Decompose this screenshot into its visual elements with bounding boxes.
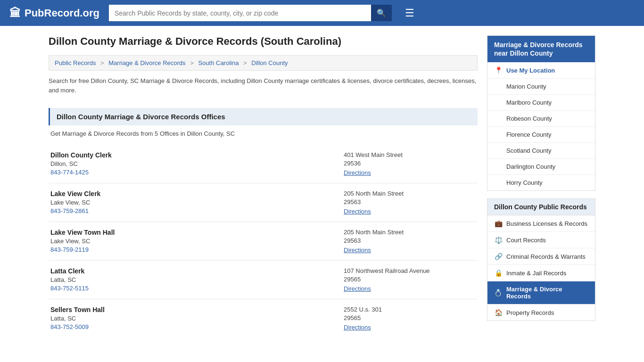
nearby-item-1[interactable]: Marion County — [487, 79, 595, 95]
breadcrumb-marriage-divorce[interactable]: Marriage & Divorce Records — [108, 59, 185, 66]
office-name: Lake View Clerk — [50, 190, 344, 197]
logo-link[interactable]: 🏛 PubRecord.org — [9, 7, 99, 20]
public-records-label: Business Licenses & Records — [506, 220, 587, 227]
nearby-label: Darlington County — [506, 163, 555, 170]
content-area: Dillon County Marriage & Divorce Records… — [49, 35, 478, 337]
office-address: 401 West Main Street — [344, 151, 476, 158]
breadcrumb-public-records[interactable]: Public Records — [55, 59, 96, 66]
directions-link[interactable]: Directions — [344, 324, 371, 331]
search-bar: 🔍 — [109, 5, 392, 21]
public-records-label: Criminal Records & Warrants — [506, 253, 586, 260]
office-left: Latta Clerk Latta, SC 843-752-5115 — [50, 267, 344, 292]
directions-link[interactable]: Directions — [344, 247, 371, 254]
nearby-item-2[interactable]: Marlboro County — [487, 95, 595, 111]
logo-icon: 🏛 — [9, 7, 21, 20]
nearby-item-5[interactable]: Scotland County — [487, 143, 595, 159]
public-records-icon: 🏠 — [494, 309, 503, 316]
office-left: Sellers Town Hall Latta, SC 843-752-5009 — [50, 306, 344, 331]
public-records-box: Dillon County Public Records 💼 Business … — [487, 198, 595, 321]
site-header: 🏛 PubRecord.org 🔍 ☰ — [0, 0, 644, 26]
office-address: 205 North Main Street — [344, 190, 476, 197]
public-records-label: Marriage & Divorce Records — [506, 286, 588, 300]
office-address: 107 Northwest Railroad Avenue — [344, 267, 476, 274]
office-left: Lake View Clerk Lake View, SC 843-759-28… — [50, 190, 344, 215]
nearby-item-7[interactable]: Horry County — [487, 175, 595, 190]
office-left: Dillon County Clerk Dillon, SC 843-774-1… — [50, 151, 344, 176]
breadcrumb-south-carolina[interactable]: South Carolina — [198, 59, 239, 66]
office-entry: Latta Clerk Latta, SC 843-752-5115 107 N… — [49, 261, 478, 299]
office-phone[interactable]: 843-759-2861 — [50, 207, 344, 214]
office-city: Dillon, SC — [50, 160, 344, 167]
public-records-icon: 💼 — [494, 220, 503, 227]
public-records-item-5[interactable]: 🏠 Property Records — [487, 304, 595, 321]
nearby-label: Marion County — [506, 83, 546, 90]
office-name: Sellers Town Hall — [50, 306, 344, 313]
main-container: Dillon County Marriage & Divorce Records… — [39, 26, 605, 347]
nearby-label: Scotland County — [506, 147, 551, 154]
directions-link[interactable]: Directions — [344, 169, 371, 176]
nearby-item-4[interactable]: Florence County — [487, 127, 595, 143]
office-entry: Sellers Town Hall Latta, SC 843-752-5009… — [49, 299, 478, 337]
office-address: 205 North Main Street — [344, 229, 476, 236]
public-records-label: Property Records — [506, 309, 554, 316]
public-records-body: 💼 Business Licenses & Records ⚖️ Court R… — [487, 215, 595, 321]
nearby-box: Marriage & Divorce Records near Dillon C… — [487, 35, 595, 191]
office-zip: 29565 — [344, 276, 476, 283]
office-entry: Dillon County Clerk Dillon, SC 843-774-1… — [49, 145, 478, 183]
office-address: 2552 U.s. 301 — [344, 306, 476, 313]
public-records-item-0[interactable]: 💼 Business Licenses & Records — [487, 215, 595, 232]
office-name: Lake View Town Hall — [50, 229, 344, 236]
office-right: 205 North Main Street 29563 Directions — [344, 229, 476, 254]
public-records-item-3[interactable]: 🔒 Inmate & Jail Records — [487, 265, 595, 281]
nearby-label: Use My Location — [506, 67, 555, 74]
offices-description: Get Marriage & Divorce Records from 5 Of… — [49, 130, 478, 137]
nearby-item-3[interactable]: Robeson County — [487, 111, 595, 127]
office-city: Lake View, SC — [50, 238, 344, 245]
search-button[interactable]: 🔍 — [371, 5, 392, 21]
page-title: Dillon County Marriage & Divorce Records… — [49, 35, 478, 48]
nearby-header: Marriage & Divorce Records near Dillon C… — [487, 36, 595, 62]
public-records-icon: 💍 — [494, 289, 503, 296]
search-icon: 🔍 — [377, 9, 386, 17]
nearby-label: Horry County — [506, 179, 543, 186]
office-entry: Lake View Town Hall Lake View, SC 843-75… — [49, 222, 478, 261]
public-records-item-4[interactable]: 💍 Marriage & Divorce Records — [487, 281, 595, 304]
public-records-icon: ⚖️ — [494, 236, 503, 244]
office-right: 401 West Main Street 29536 Directions — [344, 151, 476, 176]
office-city: Lake View, SC — [50, 199, 344, 206]
office-zip: 29565 — [344, 314, 476, 321]
office-left: Lake View Town Hall Lake View, SC 843-75… — [50, 229, 344, 254]
directions-link[interactable]: Directions — [344, 208, 371, 215]
search-input[interactable] — [109, 5, 371, 21]
office-entry: Lake View Clerk Lake View, SC 843-759-28… — [49, 183, 478, 222]
nearby-body: 📍 Use My Location Marion County Marlboro… — [487, 62, 595, 190]
nearby-label: Marlboro County — [506, 99, 552, 106]
offices-list: Dillon County Clerk Dillon, SC 843-774-1… — [49, 145, 478, 337]
public-records-label: Court Records — [506, 237, 546, 244]
office-city: Latta, SC — [50, 315, 344, 322]
office-zip: 29563 — [344, 237, 476, 244]
office-phone[interactable]: 843-759-2119 — [50, 246, 344, 253]
nearby-label: Robeson County — [506, 115, 552, 122]
office-phone[interactable]: 843-774-1425 — [50, 169, 344, 176]
nearby-item-6[interactable]: Darlington County — [487, 159, 595, 175]
office-phone[interactable]: 843-752-5009 — [50, 323, 344, 330]
public-records-icon: 🔗 — [494, 253, 503, 260]
breadcrumb-dillon-county[interactable]: Dillon County — [251, 59, 288, 66]
office-city: Latta, SC — [50, 276, 344, 283]
menu-button[interactable]: ☰ — [405, 7, 414, 19]
hamburger-icon: ☰ — [405, 7, 414, 19]
public-records-item-2[interactable]: 🔗 Criminal Records & Warrants — [487, 248, 595, 265]
breadcrumb: Public Records > Marriage & Divorce Reco… — [49, 55, 478, 71]
nearby-item-0[interactable]: 📍 Use My Location — [487, 62, 595, 79]
office-right: 205 North Main Street 29563 Directions — [344, 190, 476, 215]
page-description: Search for free Dillon County, SC Marria… — [49, 76, 478, 100]
office-name: Latta Clerk — [50, 267, 344, 275]
office-phone[interactable]: 843-752-5115 — [50, 285, 344, 292]
public-records-item-1[interactable]: ⚖️ Court Records — [487, 232, 595, 248]
logo-text: PubRecord.org — [25, 7, 99, 19]
directions-link[interactable]: Directions — [344, 285, 371, 292]
public-records-header: Dillon County Public Records — [487, 199, 595, 215]
office-name: Dillon County Clerk — [50, 151, 344, 159]
office-zip: 29536 — [344, 160, 476, 167]
